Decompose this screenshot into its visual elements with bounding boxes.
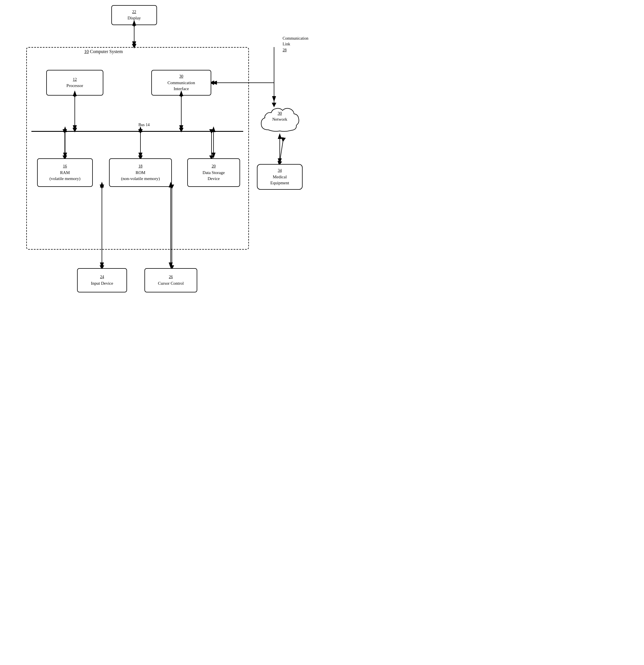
cc-num: 26 bbox=[169, 274, 173, 280]
rom-num: 18 bbox=[139, 164, 143, 169]
comm-interface-box: 30 CommunicationInterface bbox=[151, 70, 211, 96]
ci-num: 30 bbox=[179, 74, 183, 79]
comm-link-num: 28 bbox=[282, 48, 308, 53]
cs-label: Computer System bbox=[90, 49, 123, 54]
ds-label: Data StorageDevice bbox=[203, 170, 225, 182]
ram-box: 16 RAM(volatile memory) bbox=[37, 158, 93, 187]
net-num: 30 bbox=[278, 111, 282, 116]
ds-num: 20 bbox=[212, 164, 216, 169]
rom-label: ROM(non-volatile memory) bbox=[121, 170, 160, 182]
ram-num: 16 bbox=[63, 164, 67, 169]
proc-label: Processor bbox=[67, 83, 83, 89]
network-label: 30 Network bbox=[257, 110, 302, 122]
display-num: 22 bbox=[132, 9, 136, 15]
bus-line bbox=[31, 131, 243, 132]
medical-equipment-box: 34 MedicalEquipment bbox=[257, 164, 302, 190]
computer-system-label: 10 Computer System bbox=[84, 49, 123, 54]
data-storage-box: 20 Data StorageDevice bbox=[187, 158, 240, 187]
display-label: Display bbox=[128, 15, 141, 21]
id-num: 24 bbox=[100, 274, 104, 280]
display-box: 22 Display bbox=[111, 5, 157, 25]
me-label: MedicalEquipment bbox=[270, 174, 289, 186]
svg-line-10 bbox=[279, 140, 283, 164]
cs-num: 10 bbox=[84, 49, 89, 54]
processor-box: 12 Processor bbox=[46, 70, 103, 96]
id-label: Input Device bbox=[91, 281, 113, 286]
diagram: 22 Display 10 Computer System 12 Process… bbox=[0, 0, 322, 332]
comm-link-text: CommunicationLink bbox=[282, 36, 308, 47]
input-device-box: 24 Input Device bbox=[77, 268, 127, 292]
bus-label: Bus 14 bbox=[139, 123, 150, 127]
cc-label: Cursor Control bbox=[158, 281, 184, 286]
network-cloud: 30 Network bbox=[257, 101, 302, 138]
net-label: Network bbox=[257, 116, 302, 122]
cursor-control-box: 26 Cursor Control bbox=[144, 268, 197, 292]
me-num: 34 bbox=[278, 168, 282, 173]
ram-label: RAM(volatile memory) bbox=[49, 170, 80, 182]
ci-label: CommunicationInterface bbox=[168, 80, 195, 92]
proc-num: 12 bbox=[73, 77, 77, 82]
rom-box: 18 ROM(non-volatile memory) bbox=[109, 158, 172, 187]
comm-link-label: CommunicationLink 28 bbox=[282, 36, 308, 53]
